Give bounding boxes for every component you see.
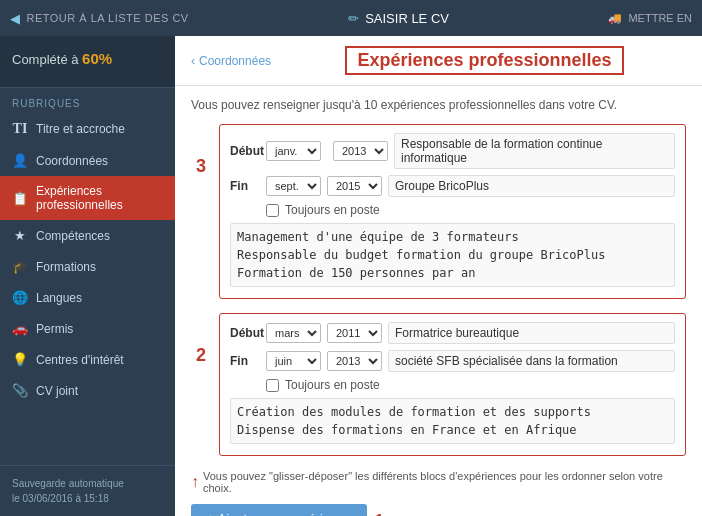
sidebar-item-label: Formations	[36, 260, 96, 274]
sidebar-item-coordonnees[interactable]: 👤 Coordonnées	[0, 145, 175, 176]
debut-row-2: Début janv.févr.marsavr. maijuinjuil.aoû…	[230, 322, 675, 344]
sidebar-item-label: CV joint	[36, 384, 78, 398]
top-bar: ◀ RETOUR À LA LISTE DES CV ✏ SAISIR LE C…	[0, 0, 702, 36]
person-icon: 👤	[12, 153, 28, 168]
exp-block-inner-3: Début janv.févr.marsavr. maijuinjuil.aoû…	[219, 124, 686, 299]
exp-number-2: 2	[191, 313, 211, 456]
experience-block-2: 2 Début janv.févr.marsavr. maijuinjuil.a…	[191, 313, 686, 456]
sidebar-item-label: Centres d'intérêt	[36, 353, 124, 367]
top-center-label: SAISIR LE CV	[365, 11, 449, 26]
debut-month-select-1[interactable]: janv.févr.marsavr. maijuinjuil.août sept…	[266, 141, 321, 161]
page-title: Expériences professionnelles	[345, 46, 623, 75]
add-btn-area: + Ajouter une expérience 1	[191, 504, 686, 516]
debut-row-1: Début janv.févr.marsavr. maijuinjuil.aoû…	[230, 133, 675, 169]
sidebar-item-permis[interactable]: 🚗 Permis	[0, 313, 175, 344]
job-title-field-2[interactable]: Formatrice bureautique	[388, 322, 675, 344]
add-experience-button[interactable]: + Ajouter une expérience	[191, 504, 367, 516]
debut-year-select-1[interactable]: 2010201120122013 201420152016	[333, 141, 388, 161]
fin-month-select-1[interactable]: janv.févr.marsavr. maijuinjuil.août sept…	[266, 176, 321, 196]
rubriques-label: RUBRIQUES	[0, 88, 175, 113]
debut-label-2: Début	[230, 326, 260, 340]
page-title-box: Expériences professionnelles	[283, 46, 686, 75]
toujours-checkbox-1[interactable]	[266, 204, 279, 217]
completion-text: Complété à 60%	[12, 50, 163, 67]
top-right-label: METTRE EN	[628, 12, 692, 24]
toujours-row-1: Toujours en poste	[230, 203, 675, 217]
sidebar-item-langues[interactable]: 🌐 Langues	[0, 282, 175, 313]
fin-label-1: Fin	[230, 179, 260, 193]
sidebar-item-titre[interactable]: TI Titre et accroche	[0, 113, 175, 145]
autosave-line1: Sauvegarde automatique	[12, 476, 163, 491]
content-area: ‹ Coordonnées Expériences professionnell…	[175, 36, 702, 516]
fin-label-2: Fin	[230, 354, 260, 368]
back-link-label: Coordonnées	[199, 54, 271, 68]
debut-year-select-2[interactable]: 2010201120122013 201420152016	[327, 323, 382, 343]
toujours-label-1: Toujours en poste	[285, 203, 380, 217]
car-icon: 🚗	[12, 321, 28, 336]
company-field-1[interactable]: Groupe BricoPlus	[388, 175, 675, 197]
job-title-field-1[interactable]: Responsable de la formation continue inf…	[394, 133, 675, 169]
sidebar-footer: Sauvegarde automatique le 03/06/2016 à 1…	[0, 465, 175, 516]
graduation-icon: 🎓	[12, 259, 28, 274]
completion-box: Complété à 60%	[0, 36, 175, 88]
dnd-hint: ↑ Vous pouvez "glisser-déposer" les diff…	[191, 470, 686, 494]
dnd-arrow-icon: ↑	[191, 473, 199, 491]
globe-icon: 🌐	[12, 290, 28, 305]
briefcase-icon: 📋	[12, 191, 28, 206]
fin-row-1: Fin janv.févr.marsavr. maijuinjuil.août …	[230, 175, 675, 197]
toujours-checkbox-2[interactable]	[266, 379, 279, 392]
main-layout: Complété à 60% RUBRIQUES TI Titre et acc…	[0, 36, 702, 516]
fin-month-select-2[interactable]: janv.févr.marsavr. maijuinjuil.août sept…	[266, 351, 321, 371]
sidebar: Complété à 60% RUBRIQUES TI Titre et acc…	[0, 36, 175, 516]
toujours-row-2: Toujours en poste	[230, 378, 675, 392]
pencil-icon: ✏	[348, 11, 359, 26]
exp-number-3: 3	[191, 124, 211, 299]
fin-year-select-1[interactable]: 2010201120122013 201420152016	[327, 176, 382, 196]
debut-month-select-2[interactable]: janv.févr.marsavr. maijuinjuil.août sept…	[266, 323, 321, 343]
exp-block-inner-2: Début janv.févr.marsavr. maijuinjuil.aoû…	[219, 313, 686, 456]
sidebar-item-label: Coordonnées	[36, 154, 108, 168]
sidebar-item-experiences[interactable]: 📋 Expériences professionnelles	[0, 176, 175, 220]
sidebar-item-label: Permis	[36, 322, 73, 336]
sidebar-item-formations[interactable]: 🎓 Formations	[0, 251, 175, 282]
sidebar-item-label: Titre et accroche	[36, 122, 125, 136]
chevron-left-icon: ‹	[191, 54, 195, 68]
truck-icon: 🚚	[608, 12, 622, 25]
experience-block-3: 3 Début janv.févr.marsavr. maijuinjuil.a…	[191, 124, 686, 299]
toujours-label-2: Toujours en poste	[285, 378, 380, 392]
back-to-coordonnees[interactable]: ‹ Coordonnées	[191, 54, 271, 68]
back-nav-label: RETOUR À LA LISTE DES CV	[27, 12, 189, 24]
intro-text: Vous pouvez renseigner jusqu'à 10 expéri…	[191, 98, 686, 112]
lightbulb-icon: 💡	[12, 352, 28, 367]
content-header: ‹ Coordonnées Expériences professionnell…	[175, 36, 702, 86]
top-right: 🚚 METTRE EN	[608, 12, 692, 25]
add-badge: 1	[375, 510, 383, 516]
star-icon: ★	[12, 228, 28, 243]
description-field-1[interactable]: Management d'une équipe de 3 formateurs …	[230, 223, 675, 287]
company-field-2[interactable]: société SFB spécialisée dans la formatio…	[388, 350, 675, 372]
back-arrow-icon: ◀	[10, 11, 21, 26]
content-body: Vous pouvez renseigner jusqu'à 10 expéri…	[175, 86, 702, 516]
debut-label-1: Début	[230, 144, 260, 158]
sidebar-item-label: Langues	[36, 291, 82, 305]
back-nav[interactable]: ◀ RETOUR À LA LISTE DES CV	[10, 11, 189, 26]
sidebar-item-label: Expériences professionnelles	[36, 184, 163, 212]
fin-year-select-2[interactable]: 2010201120122013 201420152016	[327, 351, 382, 371]
paperclip-icon: 📎	[12, 383, 28, 398]
completion-percent: 60%	[82, 50, 112, 67]
top-center: ✏ SAISIR LE CV	[348, 11, 449, 26]
fin-row-2: Fin janv.févr.marsavr. maijuinjuil.août …	[230, 350, 675, 372]
dnd-hint-text: Vous pouvez "glisser-déposer" les différ…	[203, 470, 686, 494]
description-field-2[interactable]: Création des modules de formation et des…	[230, 398, 675, 444]
sidebar-item-competences[interactable]: ★ Compétences	[0, 220, 175, 251]
autosave-line2: le 03/06/2016 à 15:18	[12, 491, 163, 506]
titre-icon: TI	[12, 121, 28, 137]
sidebar-item-centres[interactable]: 💡 Centres d'intérêt	[0, 344, 175, 375]
sidebar-item-label: Compétences	[36, 229, 110, 243]
sidebar-item-cvjoint[interactable]: 📎 CV joint	[0, 375, 175, 406]
